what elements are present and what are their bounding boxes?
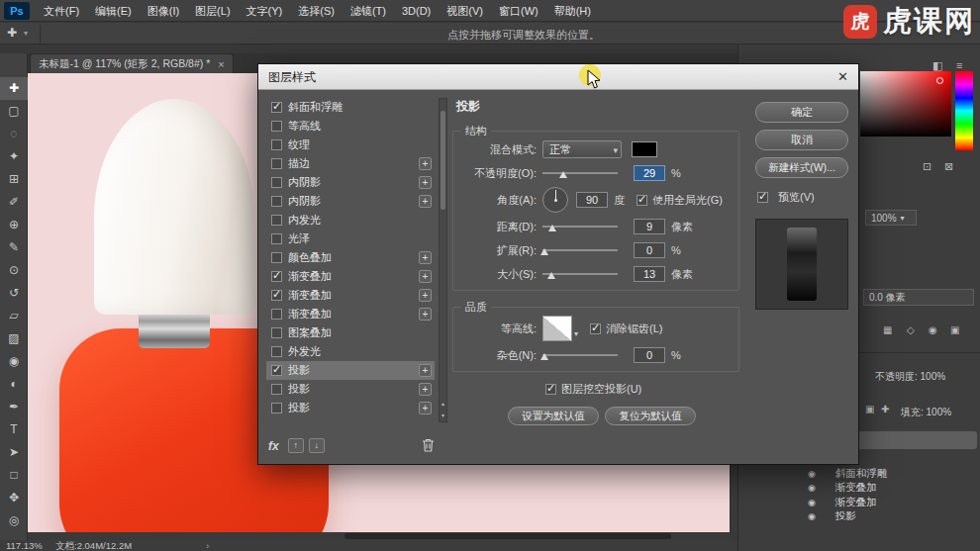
hue-slider[interactable] — [955, 71, 973, 150]
effect-row[interactable]: ◉渐变叠加 — [738, 496, 980, 510]
style-enable-checkbox[interactable] — [271, 196, 282, 207]
effect-row[interactable]: ◉斜面和浮雕 — [738, 467, 980, 482]
size-input[interactable]: 13 — [634, 266, 665, 282]
eraser-tool-icon[interactable]: ▱ — [0, 305, 28, 327]
menu-item[interactable]: 文件(F) — [36, 0, 87, 22]
blur-tool-icon[interactable]: ◉ — [0, 350, 28, 373]
menu-item[interactable]: 帮助(H) — [546, 0, 599, 22]
zoom-level[interactable]: 117.13% — [6, 540, 43, 551]
scroll-down-icon[interactable]: ▾ — [440, 412, 446, 418]
history-brush-tool-icon[interactable]: ↺ — [0, 282, 28, 305]
layer-style-item[interactable]: 纹理 — [266, 136, 435, 154]
effect-row[interactable]: ◉渐变叠加 — [738, 481, 980, 496]
panel-menu-icon[interactable]: ≡ — [956, 59, 962, 71]
add-style-instance-button[interactable]: + — [419, 308, 432, 321]
layer-style-item[interactable]: 斜面和浮雕 — [266, 98, 435, 117]
move-style-up-button[interactable]: ↑ — [288, 438, 304, 453]
path-selection-tool-icon[interactable]: ➤ — [0, 441, 28, 464]
layer-style-item[interactable]: 内阴影+ — [266, 192, 435, 211]
style-enable-checkbox[interactable] — [271, 102, 282, 113]
style-enable-checkbox[interactable] — [271, 384, 282, 395]
style-enable-checkbox[interactable] — [271, 158, 282, 169]
layer-style-item[interactable]: 投影+ — [266, 361, 435, 380]
tab-close-icon[interactable]: × — [218, 58, 224, 70]
effect-row[interactable]: ◉投影 — [738, 509, 980, 524]
distance-input[interactable]: 9 — [634, 219, 665, 234]
style-enable-checkbox[interactable] — [271, 346, 282, 357]
layer-style-item[interactable]: 内发光 — [266, 211, 435, 230]
hand-tool-icon[interactable]: ✥ — [0, 487, 28, 509]
layer-style-item[interactable]: 投影+ — [266, 399, 435, 417]
pixel-value-field[interactable]: 0.0 像素 — [863, 289, 974, 306]
opacity-input[interactable]: 29 — [634, 165, 665, 181]
visibility-eye-icon[interactable]: ◉ — [808, 483, 816, 493]
style-enable-checkbox[interactable] — [271, 121, 282, 132]
crop-tool-icon[interactable]: ⊞ — [0, 168, 28, 191]
menu-item[interactable]: 滤镜(T) — [343, 0, 394, 22]
document-tab[interactable]: 未标题-1 @ 117% (矩形 2, RGB/8#) * × — [30, 53, 234, 73]
opacity-slider[interactable] — [542, 165, 618, 181]
diamond-icon[interactable]: ◇ — [907, 324, 915, 335]
layer-style-item[interactable]: 图案叠加 — [266, 323, 435, 342]
ok-button[interactable]: 确定 — [755, 102, 848, 123]
healing-brush-tool-icon[interactable]: ⊕ — [0, 214, 28, 236]
close-icon[interactable]: ✕ — [837, 69, 848, 85]
style-enable-checkbox[interactable] — [271, 177, 282, 188]
visibility-eye-icon[interactable]: ◉ — [808, 469, 816, 479]
move-tool-icon[interactable]: ✚ — [0, 77, 28, 100]
menu-item[interactable]: 编辑(E) — [87, 0, 140, 22]
panel-icon-box2[interactable]: ⊠ — [944, 160, 953, 173]
spread-slider[interactable] — [542, 242, 618, 258]
panel-icon-box[interactable]: ⊡ — [923, 160, 931, 173]
layer-style-item[interactable]: 渐变叠加+ — [266, 267, 435, 286]
zoom-tool-icon[interactable]: ◎ — [0, 509, 28, 532]
layer-style-item[interactable]: 内阴影+ — [266, 173, 435, 192]
layer-style-item[interactable]: 投影+ — [266, 380, 435, 399]
move-style-down-button[interactable]: ↓ — [309, 438, 325, 453]
style-enable-checkbox[interactable] — [271, 365, 282, 376]
set-default-button[interactable]: 设置为默认值 — [508, 407, 599, 425]
layer-style-item[interactable]: 渐变叠加+ — [266, 286, 435, 305]
noise-input[interactable]: 0 — [634, 347, 665, 363]
layer-style-item[interactable]: 光泽 — [266, 230, 435, 248]
reset-default-button[interactable]: 复位为默认值 — [605, 407, 696, 425]
preview-checkbox[interactable] — [757, 192, 768, 203]
zoom-dropdown[interactable]: 100% ▾ — [865, 210, 917, 226]
contour-dropdown-icon[interactable]: ▾ — [574, 329, 578, 338]
size-slider[interactable] — [542, 266, 618, 282]
add-style-instance-button[interactable]: + — [419, 289, 432, 302]
cancel-button[interactable]: 取消 — [755, 130, 848, 150]
layer-style-item[interactable]: 渐变叠加+ — [266, 305, 435, 323]
layer-style-item[interactable]: 等高线 — [266, 117, 435, 136]
horizontal-scrollbar[interactable] — [28, 532, 730, 540]
shadow-color-swatch[interactable] — [632, 141, 657, 157]
lock-position-icon[interactable]: ✚ — [881, 404, 889, 414]
antialias-checkbox[interactable] — [590, 323, 601, 334]
layer-style-item[interactable]: 外发光 — [266, 342, 435, 361]
brush-tool-icon[interactable]: ✎ — [0, 236, 28, 259]
menu-item[interactable]: 文字(Y) — [239, 0, 291, 22]
style-enable-checkbox[interactable] — [271, 271, 282, 282]
style-enable-checkbox[interactable] — [271, 290, 282, 301]
menu-item[interactable]: 选择(S) — [290, 0, 343, 22]
type-tool-icon[interactable]: T — [0, 418, 28, 441]
dialog-title-bar[interactable]: 图层样式 ✕ — [258, 64, 858, 90]
add-style-instance-button[interactable]: + — [419, 195, 432, 208]
visibility-eye-icon[interactable]: ◉ — [808, 498, 816, 507]
add-style-instance-button[interactable]: + — [419, 402, 432, 414]
visibility-eye-icon[interactable]: ◉ — [808, 511, 816, 521]
style-enable-checkbox[interactable] — [271, 327, 282, 338]
add-style-instance-button[interactable]: + — [419, 270, 432, 283]
style-enable-checkbox[interactable] — [271, 403, 282, 413]
dodge-tool-icon[interactable]: ◐ — [0, 373, 28, 396]
blend-mode-select[interactable]: 正常 ▾ — [542, 140, 622, 158]
horizontal-scrollbar-thumb[interactable] — [344, 533, 671, 539]
distance-slider[interactable] — [542, 219, 618, 234]
add-style-instance-button[interactable]: + — [419, 251, 432, 264]
angle-dial[interactable] — [542, 187, 568, 213]
add-style-instance-button[interactable]: + — [419, 364, 432, 377]
layer-knockout-checkbox[interactable] — [545, 384, 556, 395]
eye-icon[interactable]: ◉ — [929, 324, 937, 335]
layer-style-item[interactable]: 描边+ — [266, 154, 435, 173]
global-light-checkbox[interactable] — [637, 195, 647, 206]
